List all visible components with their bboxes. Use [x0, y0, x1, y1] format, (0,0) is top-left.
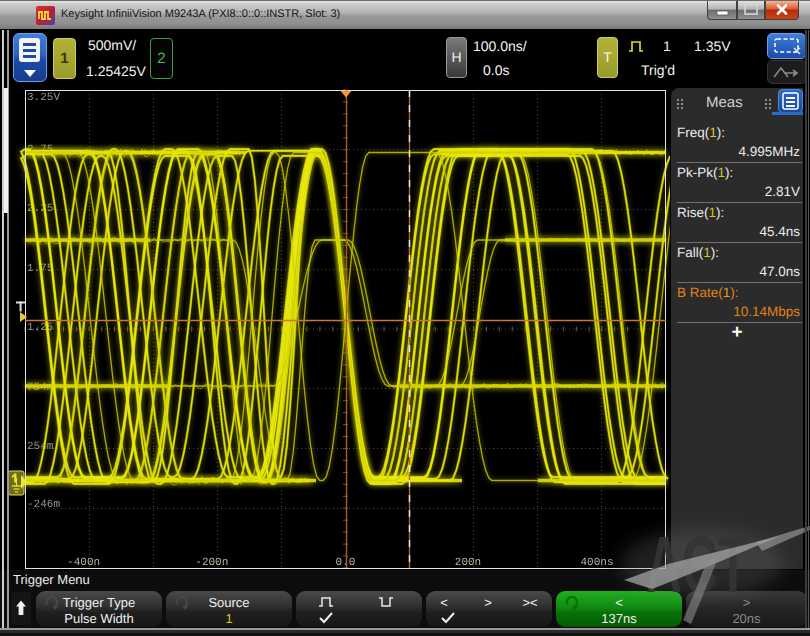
svg-text:-246m: -246m [27, 499, 60, 511]
svg-text:3.25V: 3.25V [27, 92, 60, 104]
svg-text:200n: 200n [455, 557, 481, 569]
svg-text:400ns: 400ns [580, 557, 613, 569]
svg-text:-200n: -200n [195, 557, 228, 569]
svg-text:0.0: 0.0 [336, 557, 356, 569]
svg-text:-400n: -400n [67, 557, 100, 569]
